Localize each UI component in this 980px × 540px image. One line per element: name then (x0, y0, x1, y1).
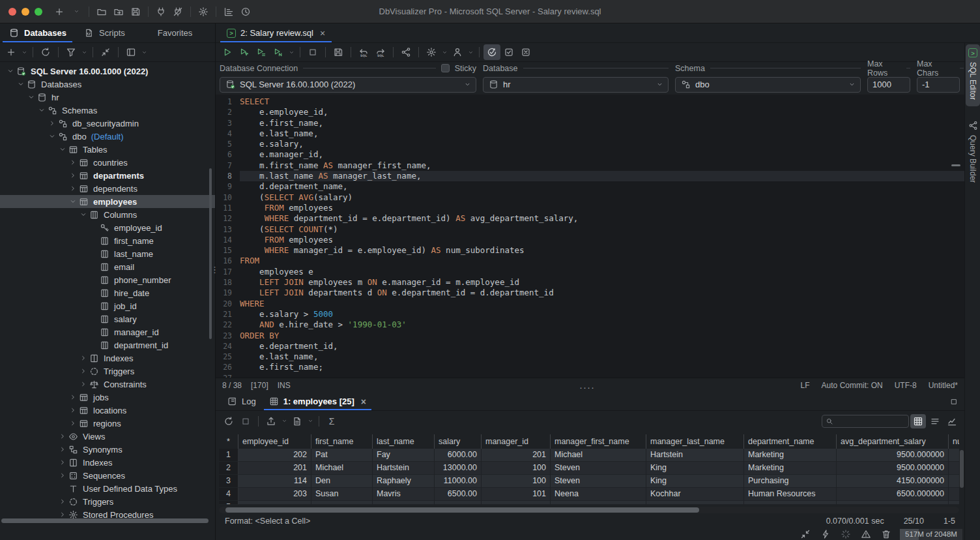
layout-chevron[interactable] (139, 44, 149, 60)
code-line-19[interactable]: 19 LEFT JOIN departments d ON e.departme… (216, 288, 964, 298)
encoding[interactable]: UTF-8 (895, 381, 917, 390)
chevron-down-icon[interactable] (5, 67, 15, 76)
cell[interactable]: King (646, 462, 744, 475)
tree-item-user-defined-data-types[interactable]: User Defined Data Types (0, 482, 215, 495)
chevron-right-icon[interactable] (68, 171, 78, 181)
row-number[interactable]: 1 (219, 449, 238, 462)
row-number[interactable]: 4 (219, 488, 238, 501)
report-chevron[interactable] (306, 413, 315, 429)
cell[interactable] (435, 501, 482, 505)
column-header-salary[interactable]: salary (435, 434, 482, 449)
run-at-cursor-button[interactable] (236, 44, 253, 60)
cell[interactable] (949, 475, 959, 488)
tree-item-sequences[interactable]: Sequences (0, 469, 215, 482)
report-button[interactable] (289, 413, 306, 429)
tree-item-sql-server-16-00-1000-2022-[interactable]: SQL Server 16.00.1000 (2022) (0, 65, 215, 78)
undo-sql-button[interactable] (355, 44, 372, 60)
cell[interactable] (949, 501, 959, 505)
code-line-4[interactable]: 4 e.last_name, (216, 128, 964, 139)
search-input[interactable] (836, 417, 901, 426)
grid-row-4[interactable]: 4203SusanMavris6500.00101NeenaKochharHum… (219, 488, 959, 501)
tree-item-email[interactable]: email (0, 260, 215, 273)
max-rows-input[interactable]: 1000 (867, 77, 910, 93)
editor-tab-salary-review[interactable]: > 2: Salary review.sql × (219, 23, 333, 42)
rail-tab-query-builder[interactable]: Query Builder (966, 116, 980, 189)
sql-editor[interactable]: 1SELECT2 e.employee_id,3 e.first_name,4 … (216, 95, 964, 378)
layout-button[interactable] (122, 44, 139, 60)
cell[interactable]: 100 (482, 462, 551, 475)
code-line-5[interactable]: 5 e.salary, (216, 139, 964, 149)
close-window-button[interactable] (8, 8, 16, 16)
code-line-11[interactable]: 11 FROM employees (216, 203, 964, 213)
cell[interactable] (551, 501, 646, 505)
code-line-8[interactable]: 8 m.last_name AS manager_last_name, (216, 171, 964, 181)
cell[interactable] (949, 462, 959, 475)
sticky-checkbox[interactable] (441, 64, 450, 72)
row-number[interactable]: 2 (219, 462, 238, 475)
connect-button[interactable] (152, 4, 169, 20)
shrink-button[interactable] (799, 526, 812, 540)
performance-button[interactable] (819, 526, 832, 540)
tree-item-constraints[interactable]: Constraints (0, 378, 215, 391)
stop-button[interactable] (304, 44, 321, 60)
chevron-right-icon[interactable] (57, 471, 67, 481)
cell[interactable]: 202 (238, 449, 311, 462)
grid-row-3[interactable]: 3114DenRaphaely11000.00100StevenKingPurc… (219, 475, 959, 488)
tab-scripts[interactable]: Scripts (75, 23, 134, 42)
cell[interactable]: 9500.000000 (837, 449, 949, 462)
cell[interactable]: 6500.000000 (837, 488, 949, 501)
cell[interactable]: Susan (311, 488, 373, 501)
editor-settings-chevron[interactable] (440, 44, 449, 60)
result-refresh-button[interactable] (220, 413, 237, 429)
cell[interactable]: 6000.00 (435, 449, 482, 462)
chevron-right-icon[interactable] (78, 367, 88, 376)
code-line-20[interactable]: 20WHERE (216, 299, 964, 309)
chevron-down-icon[interactable] (68, 197, 78, 207)
column-header-num_subordinates[interactable]: num_subordinates (949, 434, 959, 449)
column-header-manager_id[interactable]: manager_id (482, 434, 551, 449)
splitter-grip[interactable]: ···· (579, 384, 595, 391)
tree-item-last-name[interactable]: last_name (0, 247, 215, 260)
run-explain-button[interactable] (270, 44, 287, 60)
code-line-27[interactable]: 27 (216, 373, 964, 378)
cell[interactable]: 13000.00 (435, 462, 482, 475)
editor-scrollbar-thumb[interactable] (951, 164, 960, 166)
tab-log[interactable]: Log (221, 393, 263, 410)
cell[interactable]: Human Resources (744, 488, 837, 501)
code-line-15[interactable]: 15 WHERE manager_id = e.employee_id) AS … (216, 245, 964, 256)
auto-commit-toggle[interactable] (483, 44, 500, 60)
tree-item-employees[interactable]: employees (0, 195, 215, 208)
tree-item-first-name[interactable]: first_name (0, 234, 215, 247)
code-line-14[interactable]: 14 FROM employees (216, 235, 964, 245)
disconnect-button[interactable] (169, 4, 186, 20)
cell[interactable] (482, 501, 551, 505)
rail-tab-sql-editor[interactable]: > SQL Editor (966, 44, 980, 106)
row-number[interactable]: 3 (219, 475, 238, 488)
memory-indicator[interactable]: 517M of 2048M (900, 529, 962, 540)
chevron-down-icon[interactable] (36, 106, 46, 115)
cell[interactable]: 101 (482, 488, 551, 501)
column-header-last_name[interactable]: last_name (373, 434, 435, 449)
code-line-25[interactable]: 25 e.last_name, (216, 352, 964, 362)
tree-item-manager-id[interactable]: manager_id (0, 325, 215, 338)
code-line-13[interactable]: 13 (SELECT COUNT(*) (216, 224, 964, 235)
tree-item-tables[interactable]: Tables (0, 143, 215, 156)
code-line-9[interactable]: 9 d.department_name, (216, 181, 964, 192)
tree-item-db-securityadmin[interactable]: db_securityadmin (0, 117, 215, 130)
chevron-right-icon[interactable] (68, 184, 78, 194)
chevron-right-icon[interactable] (78, 380, 88, 389)
tree-filter-chevron[interactable] (79, 44, 89, 60)
chevron-down-icon[interactable] (47, 132, 57, 142)
cell[interactable]: Fay (373, 449, 435, 462)
warnings-button[interactable] (859, 526, 872, 540)
chevron-right-icon[interactable] (68, 393, 78, 402)
open-file-button[interactable] (93, 4, 110, 20)
column-header-first_name[interactable]: first_name (311, 434, 373, 449)
cell[interactable] (238, 501, 311, 505)
tree-refresh-button[interactable] (37, 44, 54, 60)
panel-divider-grip[interactable]: ⋮ (210, 267, 216, 273)
cell[interactable]: Michael (551, 449, 646, 462)
chevron-right-icon[interactable] (78, 353, 88, 363)
grid-horizontal-scrollbar[interactable] (219, 507, 959, 513)
tree-item-dbo[interactable]: dbo(Default) (0, 130, 215, 143)
